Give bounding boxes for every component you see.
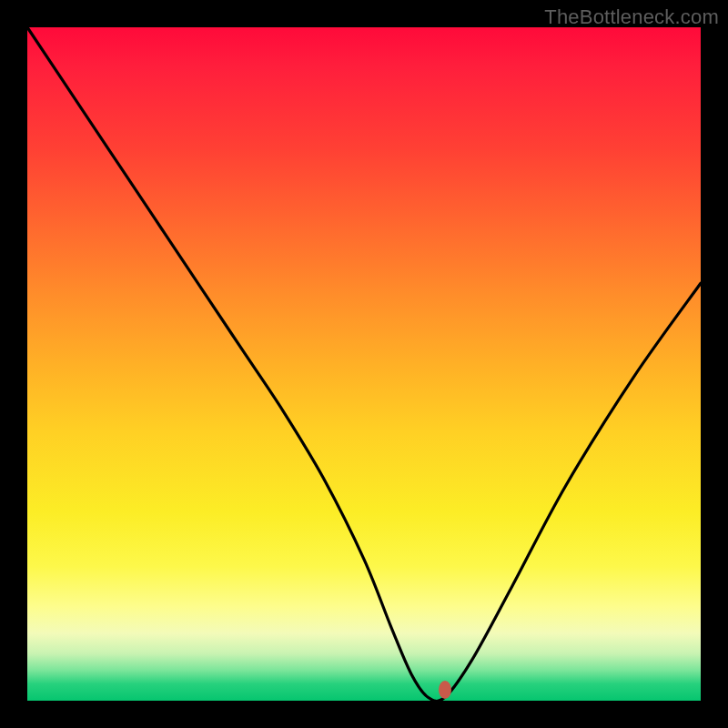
bottleneck-curve	[27, 27, 701, 702]
plot-area	[27, 27, 701, 701]
curve-svg	[27, 27, 701, 701]
watermark-text: TheBottleneck.com	[544, 5, 719, 29]
optimal-point-marker	[439, 681, 451, 699]
chart-frame: TheBottleneck.com	[0, 0, 728, 728]
